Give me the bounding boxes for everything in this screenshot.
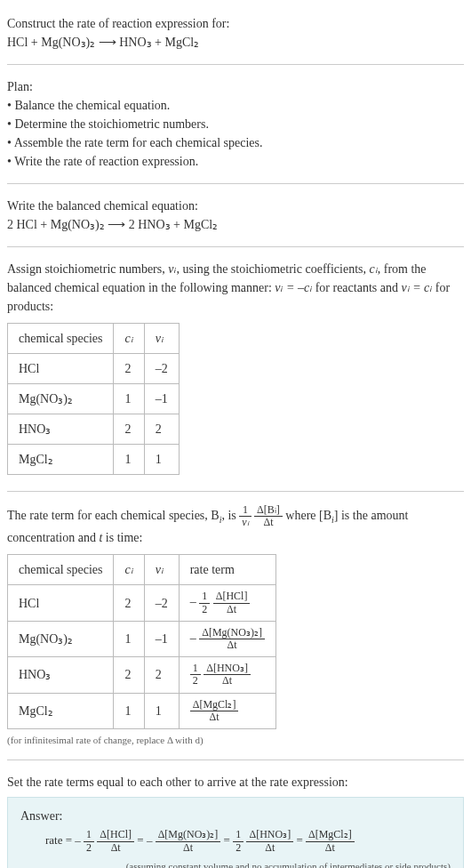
stoich-table: chemical species cᵢ νᵢ HCl 2 –2 Mg(NO₃)₂… (7, 323, 180, 475)
neg-sign: – (190, 631, 200, 645)
cell-nui: –1 (144, 621, 179, 656)
table-header-row: chemical species cᵢ νᵢ (8, 324, 180, 354)
cell-ci: 2 (114, 354, 144, 384)
intro-text: for reactants and (312, 281, 401, 294)
intro-text: , is (221, 509, 239, 522)
cell-species: MgCl₂ (8, 693, 114, 728)
fraction-numerator: 1 (233, 829, 243, 841)
fraction-denominator: Δt (254, 517, 283, 528)
col-species: chemical species (8, 324, 114, 354)
delta-fraction: Δ[MgCl₂]Δt (306, 829, 355, 853)
c-i-symbol: cᵢ (370, 262, 378, 276)
plan-item: • Write the rate of reaction expression. (7, 152, 464, 171)
fraction-numerator: Δ[HCl] (213, 591, 251, 603)
col-rateterm: rate term (179, 555, 275, 585)
cell-ci: 2 (114, 414, 144, 445)
stoich-intro: Assign stoichiometric numbers, νᵢ, using… (7, 260, 464, 316)
table-row: MgCl₂ 1 1 (8, 445, 180, 475)
fraction-denominator: 2 (233, 842, 243, 854)
plan-item: • Determine the stoichiometric numbers. (7, 115, 464, 133)
balanced-equation: 2 HCl + Mg(NO₃)₂ ⟶ 2 HNO₃ + MgCl₂ (7, 215, 464, 234)
relation-reactants: νᵢ = –cᵢ (275, 281, 312, 294)
fraction-denominator: Δt (213, 604, 251, 615)
plan-item-text: Balance the chemical equation. (14, 99, 170, 112)
col-ci: cᵢ (114, 555, 144, 585)
table-row: HCl 2 –2 – 12 Δ[HCl]Δt (8, 585, 276, 621)
answer-box: Answer: rate = – 12 Δ[HCl]Δt = – Δ[Mg(NO… (7, 797, 464, 868)
divider (7, 246, 464, 247)
divider (7, 491, 464, 492)
fraction-numerator: Δ[Mg(NO₃)₂] (199, 627, 265, 639)
problem-statement: Construct the rate of reaction expressio… (7, 7, 464, 59)
relation-products: νᵢ = cᵢ (401, 281, 432, 294)
rateterm-section: The rate term for each chemical species,… (7, 497, 464, 754)
divider (7, 183, 464, 184)
table-row: Mg(NO₃)₂ 1 –1 – Δ[Mg(NO₃)₂]Δt (8, 621, 276, 656)
fraction-denominator: Δt (156, 842, 221, 854)
cell-ci: 1 (114, 445, 144, 475)
coef-fraction: 12 (190, 663, 201, 687)
fraction-denominator: Δt (190, 711, 239, 723)
cell-species: HNO₃ (8, 657, 114, 693)
fraction-numerator: Δ[MgCl₂] (190, 699, 239, 711)
plan-item-text: Assemble the rate term for each chemical… (14, 136, 263, 149)
fraction-numerator: 1 (84, 829, 94, 841)
table-row: HNO₃ 2 2 (8, 414, 180, 445)
plan-item: • Balance the chemical equation. (7, 96, 464, 115)
fraction-numerator: 1 (190, 663, 201, 675)
cell-nui: –1 (144, 384, 179, 414)
stoich-section: Assign stoichiometric numbers, νᵢ, using… (7, 253, 464, 486)
assumption-note: (assuming constant volume and no accumul… (20, 859, 451, 868)
final-intro: Set the rate terms equal to each other t… (7, 773, 464, 792)
intro-text: is time: (102, 531, 142, 544)
col-ci: cᵢ (114, 324, 144, 354)
delta-fraction: Δ[HCl]Δt (213, 591, 251, 615)
balanced-section: Write the balanced chemical equation: 2 … (7, 189, 464, 241)
delta-fraction: Δ[HNO₃]Δt (204, 663, 251, 687)
cell-ci: 1 (114, 384, 144, 414)
balanced-intro: Write the balanced chemical equation: (7, 197, 464, 215)
intro-text: The rate term for each chemical species,… (7, 509, 220, 522)
cell-rateterm: – 12 Δ[HCl]Δt (179, 585, 275, 621)
plan-item: • Assemble the rate term for each chemic… (7, 133, 464, 152)
prompt-text: Construct the rate of reaction expressio… (7, 14, 464, 33)
fraction-numerator: Δ[Mg(NO₃)₂] (156, 829, 221, 841)
fraction-denominator: νᵢ (239, 517, 251, 528)
equals-sign: = (224, 833, 234, 847)
col-nui: νᵢ (144, 555, 179, 585)
coef-fraction: 12 (233, 829, 243, 853)
rate-expression: rate = – 12 Δ[HCl]Δt = – Δ[Mg(NO₃)₂]Δt =… (20, 829, 451, 853)
cell-rateterm: Δ[MgCl₂]Δt (179, 693, 275, 728)
rateterm-intro: The rate term for each chemical species,… (7, 504, 464, 547)
cell-rateterm: 12 Δ[HNO₃]Δt (179, 657, 275, 693)
fraction-numerator: Δ[HCl] (97, 829, 134, 841)
table-row: Mg(NO₃)₂ 1 –1 (8, 384, 180, 414)
table-header-row: chemical species cᵢ νᵢ rate term (8, 555, 276, 585)
cell-ci: 1 (114, 621, 144, 656)
cell-rateterm: – Δ[Mg(NO₃)₂]Δt (179, 621, 275, 656)
cell-nui: 1 (144, 445, 179, 475)
cell-nui: –2 (144, 585, 179, 621)
cell-species: HCl (8, 585, 114, 621)
cell-nui: 2 (144, 657, 179, 693)
cell-nui: 1 (144, 693, 179, 728)
fraction-denominator: 2 (199, 604, 210, 615)
cell-ci: 2 (114, 657, 144, 693)
fraction-numerator: Δ[HNO₃] (204, 663, 251, 675)
delta-fraction: Δ[HNO₃]Δt (246, 829, 293, 853)
table-row: MgCl₂ 1 1 Δ[MgCl₂]Δt (8, 693, 276, 728)
equals-sign: = (137, 833, 147, 847)
cell-ci: 2 (114, 585, 144, 621)
delta-fraction: Δ[Mg(NO₃)₂]Δt (156, 829, 221, 853)
equals-sign: = (296, 833, 306, 847)
intro-text: Assign stoichiometric numbers, (7, 262, 168, 276)
table-row: HCl 2 –2 (8, 354, 180, 384)
neg-sign: – (190, 595, 200, 608)
table-row: HNO₃ 2 2 12 Δ[HNO₃]Δt (8, 657, 276, 693)
neg-sign: – (147, 833, 156, 847)
cell-nui: –2 (144, 354, 179, 384)
fraction-denominator: 2 (190, 675, 201, 687)
final-section: Set the rate terms equal to each other t… (7, 766, 464, 868)
plan-item-text: Determine the stoichiometric numbers. (14, 117, 209, 131)
delta-fraction: Δ[HCl]Δt (97, 829, 134, 853)
